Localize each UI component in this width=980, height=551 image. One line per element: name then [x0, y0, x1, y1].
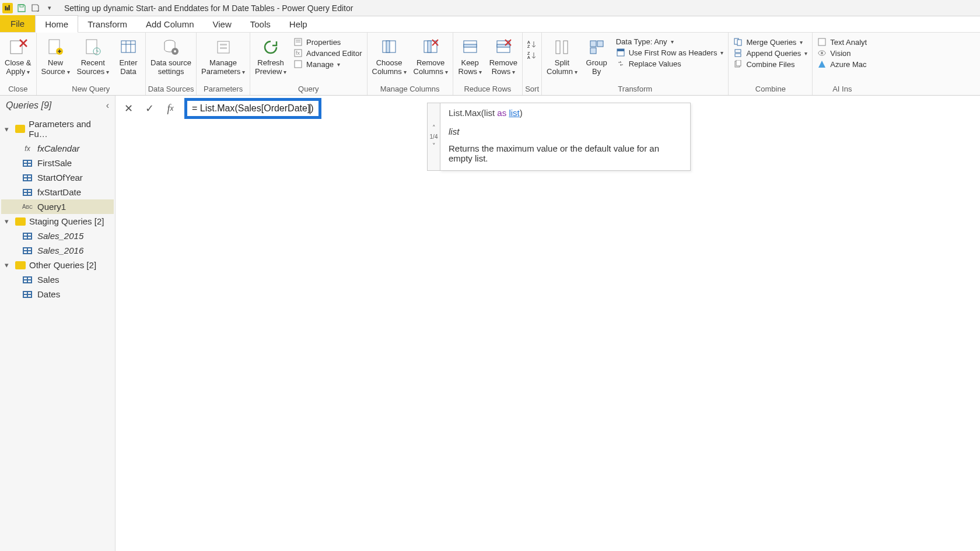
- query-startofyear-label: StartOfYear: [37, 173, 83, 183]
- commit-formula-button[interactable]: ✓: [142, 101, 156, 115]
- close-apply-button[interactable]: Close & Apply: [1, 35, 35, 76]
- svg-text:A: A: [527, 40, 530, 44]
- svg-rect-47: [735, 54, 741, 57]
- new-source-button[interactable]: New Source: [38, 35, 74, 76]
- first-row-label: Use First Row as Headers: [629, 48, 718, 57]
- chevron-up-icon[interactable]: ˄: [432, 124, 436, 132]
- query-sales[interactable]: Sales: [1, 272, 114, 287]
- remove-columns-icon: [421, 37, 440, 57]
- append-label: Append Queries: [746, 49, 801, 58]
- folder-parameters[interactable]: ▾Parameters and Fu…: [1, 117, 114, 141]
- svg-rect-32: [497, 44, 510, 47]
- split-column-button[interactable]: Split Column: [543, 35, 581, 76]
- append-queries-button[interactable]: Append Queries: [733, 48, 807, 58]
- query-firstsale[interactable]: FirstSale: [1, 156, 114, 170]
- svg-rect-50: [818, 38, 825, 45]
- sort-asc-button[interactable]: AZ: [527, 40, 537, 49]
- properties-icon: [293, 37, 303, 47]
- formula-input-highlight: = List.Max(Sales[OrderDate]): [184, 98, 321, 119]
- tooltip-overload-nav[interactable]: ˄ 1/4 ˅: [427, 103, 440, 171]
- formula-input[interactable]: = List.Max(Sales[OrderDate]): [192, 103, 314, 114]
- tooltip-description: Returns the maximum value or the default…: [449, 143, 682, 163]
- tab-tools[interactable]: Tools: [241, 16, 280, 32]
- tooltip-list-link[interactable]: list: [509, 108, 519, 118]
- query-startofyear[interactable]: StartOfYear: [1, 170, 114, 185]
- table-icon: [22, 290, 33, 299]
- qat-more-icon[interactable]: ▾: [44, 3, 55, 13]
- remove-rows-button[interactable]: Remove Rows: [486, 35, 521, 76]
- svg-rect-43: [617, 49, 624, 51]
- append-icon: [733, 48, 743, 58]
- tab-view[interactable]: View: [204, 16, 241, 32]
- new-source-label: New Source: [41, 58, 70, 76]
- combine-files-button[interactable]: Combine Files: [733, 59, 807, 69]
- query-query1[interactable]: ABCQuery1: [1, 199, 114, 214]
- replace-values-icon: [616, 59, 625, 68]
- first-row-headers-button[interactable]: Use First Row as Headers: [616, 48, 724, 57]
- tab-home[interactable]: Home: [35, 15, 78, 33]
- data-source-settings-icon: [161, 37, 181, 57]
- cancel-formula-button[interactable]: ✕: [121, 101, 135, 115]
- remove-columns-button[interactable]: Remove Columns: [410, 35, 452, 76]
- svg-text:Z: Z: [527, 44, 530, 48]
- advanced-editor-button[interactable]: fxAdvanced Editor: [293, 48, 362, 58]
- collapse-pane-icon[interactable]: ‹: [106, 100, 109, 111]
- svg-rect-7: [86, 40, 97, 54]
- manage-button[interactable]: Manage: [293, 59, 362, 69]
- tab-add-column[interactable]: Add Column: [136, 16, 204, 32]
- manage-parameters-button[interactable]: Manage Parameters: [198, 35, 249, 76]
- keep-rows-button[interactable]: Keep Rows: [454, 35, 486, 76]
- query-sales2015[interactable]: Sales_2015: [1, 229, 114, 243]
- sort-desc-button[interactable]: ZA: [527, 51, 537, 60]
- query-dates[interactable]: Dates: [1, 287, 114, 301]
- folder-icon: [15, 125, 26, 133]
- folder-icon: [15, 217, 26, 226]
- recent-sources-button[interactable]: Recent Sources: [74, 35, 113, 76]
- text-analytics-button[interactable]: Text Analyt: [817, 37, 867, 47]
- properties-button[interactable]: Properties: [293, 37, 362, 47]
- merge-queries-button[interactable]: Merge Queries: [733, 37, 807, 47]
- group-ai-insights: Text Analyt Vision Azure Mac AI Ins: [813, 33, 872, 95]
- save-dropdown-icon[interactable]: [30, 3, 41, 13]
- split-column-label: Split Column: [547, 58, 578, 76]
- choose-columns-button[interactable]: Choose Columns: [369, 35, 410, 76]
- tab-transform[interactable]: Transform: [78, 16, 136, 32]
- azure-ml-button[interactable]: Azure Mac: [817, 59, 867, 69]
- window-title: Setting up dynamic Start- and Enddates f…: [64, 3, 353, 13]
- svg-point-15: [174, 50, 176, 52]
- group-close-label: Close: [1, 83, 35, 95]
- refresh-preview-button[interactable]: Refresh Preview: [251, 35, 290, 76]
- choose-columns-icon: [379, 37, 399, 57]
- group-manage-columns-label: Manage Columns: [369, 83, 452, 95]
- query-fxcalendar-label: fxCalendar: [37, 143, 80, 153]
- group-parameters-label: Parameters: [198, 83, 249, 95]
- svg-rect-45: [737, 40, 741, 45]
- save-icon[interactable]: [16, 3, 27, 13]
- text-query-icon: ABC: [22, 203, 33, 211]
- vision-button[interactable]: Vision: [817, 48, 867, 58]
- folder-parameters-label: Parameters and Fu…: [29, 119, 110, 139]
- keep-rows-icon: [460, 37, 480, 57]
- merge-icon: [733, 37, 743, 47]
- query-fxcalendar[interactable]: fxfxCalendar: [1, 141, 114, 156]
- folder-staging[interactable]: ▾Staging Queries [2]: [1, 214, 114, 229]
- first-row-icon: [616, 48, 625, 57]
- chevron-down-icon[interactable]: ˅: [432, 142, 436, 150]
- refresh-icon: [261, 37, 281, 57]
- remove-rows-label: Remove Rows: [489, 58, 517, 76]
- query-sales2016[interactable]: Sales_2016: [1, 243, 114, 258]
- data-type-button[interactable]: Data Type: Any: [616, 37, 724, 46]
- data-type-label: Data Type: Any: [616, 37, 667, 46]
- tab-help[interactable]: Help: [280, 16, 317, 32]
- replace-values-button[interactable]: Replace Values: [616, 59, 724, 68]
- text-analytics-label: Text Analyt: [830, 38, 867, 47]
- tab-file[interactable]: File: [0, 15, 35, 32]
- app-icon: [2, 3, 13, 13]
- group-close: Close & Apply Close: [0, 33, 37, 95]
- group-by-button[interactable]: Group By: [581, 35, 612, 76]
- sort-desc-icon: ZA: [527, 51, 537, 60]
- folder-other[interactable]: ▾Other Queries [2]: [1, 258, 114, 272]
- enter-data-button[interactable]: Enter Data: [113, 35, 144, 76]
- data-source-settings-button[interactable]: Data source settings: [147, 35, 195, 76]
- query-fxstartdate[interactable]: fxStartDate: [1, 185, 114, 199]
